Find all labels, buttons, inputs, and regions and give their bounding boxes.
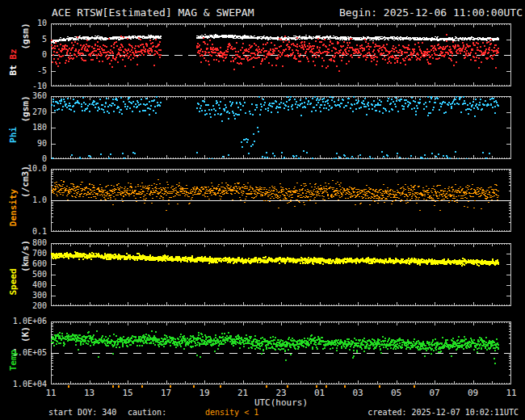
caution-tick (344, 385, 346, 388)
caution-tick (170, 385, 171, 388)
panel-density-canvas (51, 169, 511, 232)
ylabel-part: Phi (8, 127, 19, 143)
caution-tick (414, 385, 415, 388)
panel-speed-canvas (51, 243, 511, 306)
panel-temp-ylabel: Temp (8, 350, 19, 372)
footer-created-timestamp: created: 2025-12-07 10:02:11UTC (368, 408, 519, 417)
caution-tick (141, 385, 143, 388)
panel-temp-ylabel-units: (K) (20, 326, 31, 342)
caution-tick (287, 385, 288, 388)
panel-phi-ylabel: Phi (8, 127, 19, 143)
y-tick-label: 0 (0, 154, 47, 164)
panel-phi-canvas (51, 96, 511, 159)
footer-caution-value: density < 1 (205, 408, 258, 417)
panel-phi-ylabel-units: (gsm) (20, 95, 31, 122)
panel-speed-ylabel-units: (km/s) (20, 240, 31, 272)
panel-density-ylabel-units: (/cm3) (20, 166, 31, 198)
plot-title: ACE RTSW[Estimated] MAG & SWEPAM (52, 6, 254, 19)
y-tick-label: 1.0E+06 (0, 317, 47, 326)
caution-tick (379, 385, 380, 388)
y-tick-label: 200 (0, 301, 47, 311)
caution-tick (193, 385, 195, 388)
panel-bt-bz-canvas (51, 23, 511, 86)
caution-tick (316, 385, 317, 388)
caution-tick (112, 385, 114, 388)
panel-bt-bz-ylabel-units: (gsm) (20, 23, 31, 49)
ylabel-part: Temp (8, 350, 19, 372)
caution-tick (266, 385, 267, 388)
y-tick-label: 0.1 (0, 227, 47, 237)
panel-speed-ylabel: Speed (8, 269, 19, 296)
panel-temp-canvas (51, 321, 511, 384)
caution-tick (326, 385, 327, 388)
x-axis-label: UTC(hours) (51, 397, 511, 408)
panel-density-ylabel: Density (8, 189, 19, 226)
y-tick-label: -10 (0, 82, 47, 91)
ylabel-part: Speed (8, 269, 19, 296)
begin-timestamp: Begin: 2025-12-06 11:00:00UTC (339, 6, 523, 19)
ylabel-part (8, 60, 19, 65)
caution-tick (68, 385, 69, 388)
caution-tick (118, 385, 120, 388)
panel-bt-bz-ylabel: Bt Bz (8, 49, 19, 76)
ylabel-part: Bt (8, 65, 19, 76)
ace-rtsw-plot: ACE RTSW[Estimated] MAG & SWEPAM Begin: … (0, 0, 525, 420)
footer-start-doy: start DOY: 340 (48, 408, 116, 417)
footer-caution-label: caution: (128, 408, 166, 417)
ylabel-part: Density (8, 189, 19, 226)
ylabel-part: Bz (8, 49, 19, 60)
caution-tick (220, 385, 221, 388)
